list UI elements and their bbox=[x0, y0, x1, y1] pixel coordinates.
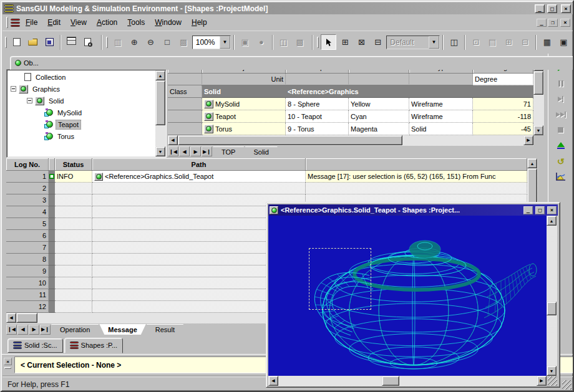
viewer-hscrollbar[interactable]: ◀ ▶ bbox=[268, 376, 547, 386]
last-sheet-button[interactable]: ▶❙ bbox=[202, 146, 212, 156]
resize-grip[interactable] bbox=[562, 380, 572, 390]
viewer-scroll-thumb[interactable] bbox=[547, 302, 557, 315]
cell-ishape[interactable]: 10 - Teapot bbox=[286, 110, 349, 123]
tree-vscrollbar[interactable]: ▲ ▼ bbox=[155, 70, 165, 156]
cell-itype[interactable]: Wireframe bbox=[409, 98, 473, 110]
scroll-up-icon[interactable]: ▲ bbox=[547, 216, 557, 226]
collapse-icon[interactable] bbox=[27, 98, 32, 103]
viewer-minimize-button[interactable]: _ bbox=[523, 206, 533, 214]
zoom-combo-dropdown[interactable]: ▼ bbox=[220, 36, 230, 49]
scroll-right-icon[interactable]: ▶ bbox=[537, 376, 547, 386]
tree-node-teapot[interactable]: Teapot bbox=[8, 118, 155, 130]
window-tab-shapes[interactable]: Shapes :P... bbox=[64, 338, 124, 353]
title-bar[interactable]: SansGUI Modeling & Simulation Environmen… bbox=[2, 2, 573, 14]
tree-node-graphics[interactable]: Graphics bbox=[8, 83, 155, 95]
tree-node-mysolid[interactable]: MySolid bbox=[8, 107, 155, 118]
viewer-scroll-thumb[interactable] bbox=[382, 376, 399, 386]
minimize-button[interactable]: _ bbox=[535, 4, 545, 13]
select-tool[interactable] bbox=[321, 34, 336, 50]
link-object-tool[interactable]: ⊟ bbox=[370, 34, 386, 50]
unit-degree[interactable]: Degree bbox=[473, 74, 533, 85]
delete-object-tool[interactable]: ⊠ bbox=[354, 34, 369, 50]
scroll-left-icon[interactable]: ◀ bbox=[268, 376, 278, 386]
document-icon[interactable] bbox=[11, 19, 20, 27]
cell-object[interactable]: MySolid bbox=[202, 98, 286, 110]
log-row-number[interactable]: 8 bbox=[6, 254, 49, 265]
cell-object[interactable]: Teapot bbox=[202, 110, 286, 123]
mdi-minimize-button[interactable]: _ bbox=[537, 19, 547, 27]
scroll-right-icon[interactable]: ▶ bbox=[523, 135, 533, 145]
viewer-close-button[interactable]: × bbox=[547, 206, 557, 214]
window-tab-solid[interactable]: Solid :Sc... bbox=[7, 338, 63, 353]
table-vscrollbar[interactable]: ▲ ▼ bbox=[533, 61, 544, 135]
row-header[interactable] bbox=[168, 123, 202, 135]
viewer-vscrollbar[interactable]: ▲ ▼ bbox=[547, 216, 557, 376]
scroll-down-icon[interactable]: ▼ bbox=[155, 146, 165, 156]
log-row-number[interactable]: 6 bbox=[6, 230, 49, 242]
table-hscrollbar[interactable]: ◀ ▶ bbox=[168, 135, 533, 146]
cell-icolor[interactable]: Magenta bbox=[349, 123, 409, 135]
viewer-maximize-button[interactable]: □ bbox=[535, 206, 545, 214]
menu-tools[interactable]: Tools bbox=[123, 16, 149, 29]
sheet-tab-result[interactable]: Result bbox=[147, 324, 183, 335]
ellipse-tool[interactable]: ● bbox=[253, 34, 269, 50]
stop-button[interactable] bbox=[553, 123, 569, 137]
scroll-up-icon[interactable]: ▲ bbox=[155, 70, 165, 80]
run-to-end-button[interactable] bbox=[553, 107, 569, 122]
sheet-tab-operation[interactable]: Operation bbox=[51, 324, 99, 335]
selection-rectangle[interactable] bbox=[309, 248, 371, 310]
tree-scroll-thumb[interactable] bbox=[155, 80, 165, 125]
reset-button[interactable] bbox=[553, 138, 569, 153]
table-scroll-thumb[interactable] bbox=[533, 71, 543, 95]
log-row-number[interactable]: 4 bbox=[6, 206, 49, 218]
align-middle-tool[interactable]: ▤ bbox=[485, 34, 500, 50]
selection-bar-grip[interactable] bbox=[4, 367, 11, 369]
cell-object[interactable]: Torus bbox=[202, 123, 286, 135]
first-sheet-button[interactable]: ❙◀ bbox=[6, 325, 17, 335]
maximize-button[interactable]: □ bbox=[547, 4, 557, 13]
add-object-tool[interactable]: ⊞ bbox=[337, 34, 353, 50]
align-top-tool[interactable]: ⊡ bbox=[468, 34, 484, 50]
class-reference[interactable]: <Reference>Graphics bbox=[286, 85, 533, 98]
zoom-level-combo[interactable]: 100% ▼ bbox=[192, 36, 231, 49]
log-row-number[interactable]: 7 bbox=[6, 242, 49, 254]
mdi-close-button[interactable]: × bbox=[560, 19, 570, 27]
tile-tool[interactable]: ◫ bbox=[276, 34, 291, 50]
log-status-cell[interactable]: INFO bbox=[55, 171, 92, 183]
table-scroll-thumb[interactable] bbox=[178, 135, 402, 145]
menu-file[interactable]: File bbox=[21, 16, 42, 29]
new-button[interactable] bbox=[9, 34, 24, 50]
scroll-left-icon[interactable]: ◀ bbox=[6, 313, 16, 323]
viewer-canvas[interactable] bbox=[268, 216, 547, 376]
tree-node-solid[interactable]: Solid bbox=[8, 95, 155, 107]
tab-objects[interactable]: Ob... bbox=[10, 56, 574, 70]
mode-combo-dropdown[interactable]: ▼ bbox=[429, 36, 439, 49]
step-button[interactable] bbox=[553, 92, 569, 106]
zoom-selection-tool[interactable]: ▩ bbox=[175, 34, 191, 50]
next-sheet-button[interactable]: ▶ bbox=[190, 146, 201, 156]
class-name[interactable]: Solid bbox=[202, 85, 286, 98]
next-sheet-button[interactable]: ▶ bbox=[29, 325, 39, 335]
show-reference-tool[interactable]: ◫ bbox=[446, 34, 462, 50]
interrupt-button[interactable]: ↺ bbox=[553, 154, 569, 168]
close-selection-bar-button[interactable]: × bbox=[4, 358, 12, 365]
tree-node-torus[interactable]: Torus bbox=[8, 130, 155, 142]
log-row-number[interactable]: 2 bbox=[6, 183, 49, 194]
cell-fangle[interactable]: -118 bbox=[473, 110, 533, 123]
print-preview-button[interactable] bbox=[80, 34, 95, 50]
cell-icolor[interactable]: Cyan bbox=[349, 110, 409, 123]
log-row-number[interactable]: 5 bbox=[6, 218, 49, 230]
log-row-number[interactable]: 1 bbox=[6, 171, 49, 183]
scroll-up-icon[interactable]: ▲ bbox=[527, 158, 537, 168]
zoom-out-tool[interactable]: ⊖ bbox=[143, 34, 158, 50]
mdi-restore-button[interactable]: ❐ bbox=[548, 19, 558, 27]
menubar-grip[interactable] bbox=[6, 17, 8, 28]
menu-edit[interactable]: Edit bbox=[43, 16, 65, 29]
menu-window[interactable]: Window bbox=[150, 16, 186, 29]
log-row-number[interactable]: 11 bbox=[6, 289, 49, 301]
log-scroll-thumb[interactable] bbox=[16, 313, 37, 323]
log-scroll-thumb[interactable] bbox=[527, 168, 537, 206]
print-button[interactable] bbox=[64, 34, 79, 50]
scroll-down-icon[interactable]: ▼ bbox=[533, 125, 543, 135]
cell-ishape[interactable]: 8 - Sphere bbox=[286, 98, 349, 110]
